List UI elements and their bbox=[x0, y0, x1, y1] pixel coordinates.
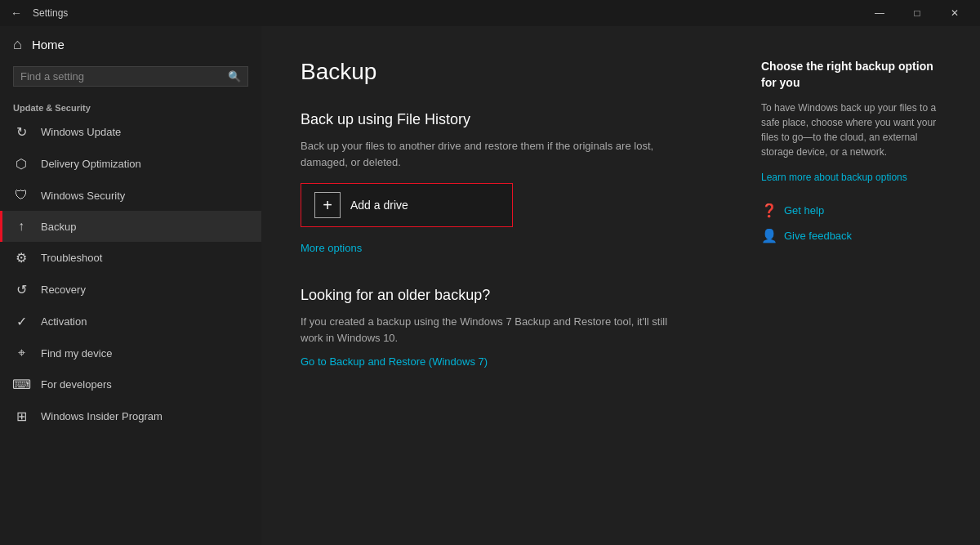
sidebar-item-label: Windows Security bbox=[41, 190, 125, 202]
sidebar-section-title: Update & Security bbox=[0, 96, 261, 116]
sidebar-item-find-my-device[interactable]: ⌖ Find my device bbox=[0, 337, 261, 369]
for-developers-icon: ⌨ bbox=[13, 377, 29, 392]
activation-icon: ✓ bbox=[13, 314, 29, 329]
close-button[interactable]: ✕ bbox=[936, 0, 973, 26]
sidebar-item-recovery[interactable]: ↺ Recovery bbox=[0, 274, 261, 306]
windows-security-icon: 🛡 bbox=[13, 188, 29, 203]
sidebar-item-home[interactable]: ⌂ Home bbox=[0, 26, 261, 63]
search-input[interactable] bbox=[20, 70, 228, 83]
home-label: Home bbox=[32, 38, 65, 51]
sidebar-item-label: Windows Update bbox=[41, 126, 121, 138]
sidebar-item-label: Delivery Optimization bbox=[41, 158, 141, 170]
more-options-link[interactable]: More options bbox=[301, 242, 362, 254]
titlebar-title: Settings bbox=[33, 7, 68, 19]
content-area: Backup Back up using File History Back u… bbox=[261, 26, 980, 545]
get-help-action[interactable]: ❓ Get help bbox=[761, 203, 941, 218]
file-history-description: Back up your files to another drive and … bbox=[301, 138, 676, 170]
learn-more-link[interactable]: Learn more about backup options bbox=[761, 172, 907, 183]
older-backup-heading: Looking for an older backup? bbox=[301, 287, 728, 304]
older-backup-section: Looking for an older backup? If you crea… bbox=[301, 287, 728, 369]
windows-update-icon: ↻ bbox=[13, 124, 29, 140]
back-button[interactable]: ← bbox=[7, 3, 26, 23]
sidebar-item-windows-insider[interactable]: ⊞ Windows Insider Program bbox=[0, 400, 261, 432]
troubleshoot-icon: ⚙ bbox=[13, 250, 29, 266]
give-feedback-action[interactable]: 👤 Give feedback bbox=[761, 228, 941, 243]
find-my-device-icon: ⌖ bbox=[13, 346, 29, 360]
sidebar: ⌂ Home 🔍 Update & Security ↻ Windows Upd… bbox=[0, 26, 261, 545]
search-box[interactable]: 🔍 bbox=[13, 66, 248, 87]
side-panel: Choose the right backup option for you T… bbox=[761, 59, 941, 512]
sidebar-item-windows-update[interactable]: ↻ Windows Update bbox=[0, 116, 261, 148]
search-icon: 🔍 bbox=[228, 70, 241, 83]
sidebar-item-activation[interactable]: ✓ Activation bbox=[0, 306, 261, 337]
backup-icon: ↑ bbox=[13, 219, 29, 234]
sidebar-item-troubleshoot[interactable]: ⚙ Troubleshoot bbox=[0, 242, 261, 274]
content-main: Backup Back up using File History Back u… bbox=[301, 59, 761, 512]
sidebar-item-backup[interactable]: ↑ Backup bbox=[0, 211, 261, 242]
titlebar: ← Settings — □ ✕ bbox=[0, 0, 980, 26]
minimize-button[interactable]: — bbox=[861, 0, 898, 26]
windows-insider-icon: ⊞ bbox=[13, 409, 29, 424]
main-area: ⌂ Home 🔍 Update & Security ↻ Windows Upd… bbox=[0, 26, 980, 545]
sidebar-item-label: For developers bbox=[41, 378, 112, 391]
file-history-heading: Back up using File History bbox=[301, 111, 728, 128]
sidebar-item-for-developers[interactable]: ⌨ For developers bbox=[0, 369, 261, 400]
older-backup-description: If you created a backup using the Window… bbox=[301, 314, 676, 346]
recovery-icon: ↺ bbox=[13, 282, 29, 297]
sidebar-item-label: Find my device bbox=[41, 347, 112, 360]
sidebar-item-label: Troubleshoot bbox=[41, 252, 102, 264]
sidebar-item-label: Recovery bbox=[41, 284, 86, 296]
sidebar-item-label: Backup bbox=[41, 221, 76, 233]
sidebar-item-label: Activation bbox=[41, 315, 87, 328]
add-drive-button[interactable]: + Add a drive bbox=[301, 183, 513, 227]
sidebar-item-label: Windows Insider Program bbox=[41, 410, 163, 422]
side-panel-heading: Choose the right backup option for you bbox=[761, 59, 941, 91]
get-help-icon: ❓ bbox=[761, 203, 777, 218]
sidebar-item-delivery-optimization[interactable]: ⬡ Delivery Optimization bbox=[0, 148, 261, 180]
add-drive-label: Add a drive bbox=[350, 199, 408, 212]
get-help-label: Get help bbox=[784, 204, 824, 217]
sidebar-item-windows-security[interactable]: 🛡 Windows Security bbox=[0, 180, 261, 211]
delivery-optimization-icon: ⬡ bbox=[13, 156, 29, 172]
home-icon: ⌂ bbox=[13, 36, 22, 53]
give-feedback-label: Give feedback bbox=[784, 230, 852, 242]
give-feedback-icon: 👤 bbox=[761, 228, 777, 243]
window-controls: — □ ✕ bbox=[861, 0, 973, 26]
maximize-button[interactable]: □ bbox=[898, 0, 936, 26]
restore-link[interactable]: Go to Backup and Restore (Windows 7) bbox=[301, 355, 488, 368]
add-drive-plus-icon: + bbox=[314, 192, 341, 218]
side-panel-description: To have Windows back up your files to a … bbox=[761, 101, 941, 159]
page-title: Backup bbox=[301, 59, 728, 85]
